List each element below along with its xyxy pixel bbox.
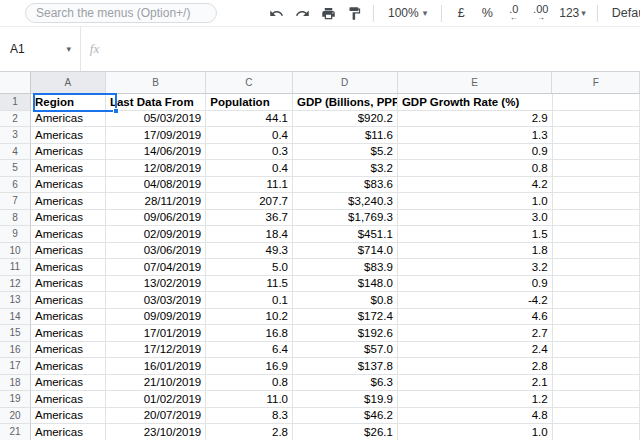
column-header-D[interactable]: D [293, 72, 398, 93]
cell-A18[interactable]: Americas [31, 375, 106, 392]
cell-C15[interactable]: 16.8 [206, 325, 293, 342]
cell-B5[interactable]: 12/08/2019 [106, 160, 206, 177]
cell-B4[interactable]: 14/06/2019 [106, 144, 206, 161]
cell-A6[interactable]: Americas [31, 177, 106, 194]
cell-E3[interactable]: 1.3 [398, 127, 553, 144]
cell-B16[interactable]: 17/12/2019 [106, 342, 206, 359]
row-header-17[interactable]: 17 [0, 358, 31, 375]
percent-format-button[interactable]: % [474, 1, 500, 25]
cell-C7[interactable]: 207.7 [206, 193, 293, 210]
more-formats-dropdown[interactable]: 123 ▾ [554, 6, 591, 20]
cell-B13[interactable]: 03/03/2019 [106, 292, 206, 309]
cell-C11[interactable]: 5.0 [206, 259, 293, 276]
cell-B10[interactable]: 03/06/2019 [106, 243, 206, 260]
cell-C18[interactable]: 0.8 [206, 375, 293, 392]
cell-F19[interactable] [553, 391, 640, 408]
cell-A16[interactable]: Americas [31, 342, 106, 359]
increase-decimal-button[interactable]: .00 → [527, 1, 554, 25]
row-header-9[interactable]: 9 [0, 226, 31, 243]
cell-C20[interactable]: 8.3 [206, 408, 293, 425]
cell-F3[interactable] [553, 127, 640, 144]
cell-B3[interactable]: 17/09/2019 [106, 127, 206, 144]
cell-D18[interactable]: $6.3 [293, 375, 398, 392]
cell-B17[interactable]: 16/01/2019 [106, 358, 206, 375]
cell-D19[interactable]: $19.9 [293, 391, 398, 408]
column-header-A[interactable]: A [31, 72, 106, 93]
row-header-14[interactable]: 14 [0, 309, 31, 326]
cell-A12[interactable]: Americas [31, 276, 106, 293]
cell-F18[interactable] [553, 375, 640, 392]
cell-F5[interactable] [553, 160, 640, 177]
row-header-4[interactable]: 4 [0, 144, 31, 161]
cell-A20[interactable]: Americas [31, 408, 106, 425]
cell-E21[interactable]: 1.0 [398, 424, 553, 440]
cell-E13[interactable]: -4.2 [398, 292, 553, 309]
search-input[interactable] [25, 3, 217, 23]
cell-C14[interactable]: 10.2 [206, 309, 293, 326]
cell-D2[interactable]: $920.2 [293, 111, 398, 128]
cell-D4[interactable]: $5.2 [293, 144, 398, 161]
font-family-dropdown[interactable]: Default (Ca... [604, 6, 640, 20]
cell-F11[interactable] [553, 259, 640, 276]
cell-E14[interactable]: 4.6 [398, 309, 553, 326]
undo-button[interactable] [263, 1, 289, 25]
cell-C6[interactable]: 11.1 [206, 177, 293, 194]
name-box[interactable]: A1 ▾ [0, 27, 81, 71]
cell-A4[interactable]: Americas [31, 144, 106, 161]
cell-E16[interactable]: 2.4 [398, 342, 553, 359]
cell-B7[interactable]: 28/11/2019 [106, 193, 206, 210]
column-header-B[interactable]: B [106, 72, 206, 93]
row-header-11[interactable]: 11 [0, 259, 31, 276]
cell-B18[interactable]: 21/10/2019 [106, 375, 206, 392]
cell-D7[interactable]: $3,240.3 [293, 193, 398, 210]
cell-D3[interactable]: $11.6 [293, 127, 398, 144]
redo-button[interactable] [289, 1, 315, 25]
cell-B21[interactable]: 23/10/2019 [106, 424, 206, 440]
cell-D17[interactable]: $137.8 [293, 358, 398, 375]
row-header-16[interactable]: 16 [0, 342, 31, 359]
cell-C3[interactable]: 0.4 [206, 127, 293, 144]
cell-B11[interactable]: 07/04/2019 [106, 259, 206, 276]
cell-B20[interactable]: 20/07/2019 [106, 408, 206, 425]
cell-A13[interactable]: Americas [31, 292, 106, 309]
cell-D9[interactable]: $451.1 [293, 226, 398, 243]
cell-E20[interactable]: 4.8 [398, 408, 553, 425]
cell-F9[interactable] [553, 226, 640, 243]
cell-E1[interactable]: GDP Growth Rate (%) [398, 94, 553, 111]
cell-B1[interactable]: Last Data From [106, 94, 206, 111]
row-header-7[interactable]: 7 [0, 193, 31, 210]
cell-E4[interactable]: 0.9 [398, 144, 553, 161]
cell-A1[interactable]: Region [31, 94, 106, 111]
cell-D21[interactable]: $26.1 [293, 424, 398, 440]
cell-B9[interactable]: 02/09/2019 [106, 226, 206, 243]
cell-E9[interactable]: 1.5 [398, 226, 553, 243]
cell-E11[interactable]: 3.2 [398, 259, 553, 276]
cell-A11[interactable]: Americas [31, 259, 106, 276]
row-header-10[interactable]: 10 [0, 243, 31, 260]
cell-F20[interactable] [553, 408, 640, 425]
cell-D1[interactable]: GDP (Billions, PPP) [293, 94, 398, 111]
select-all-corner[interactable] [0, 72, 31, 93]
cell-D8[interactable]: $1,769.3 [293, 210, 398, 227]
cell-A7[interactable]: Americas [31, 193, 106, 210]
cell-A8[interactable]: Americas [31, 210, 106, 227]
cell-E2[interactable]: 2.9 [398, 111, 553, 128]
cell-D6[interactable]: $83.6 [293, 177, 398, 194]
cell-A15[interactable]: Americas [31, 325, 106, 342]
cell-D10[interactable]: $714.0 [293, 243, 398, 260]
cell-B2[interactable]: 05/03/2019 [106, 111, 206, 128]
cell-A9[interactable]: Americas [31, 226, 106, 243]
row-header-1[interactable]: 1 [0, 94, 31, 111]
cell-F10[interactable] [553, 243, 640, 260]
cell-D5[interactable]: $3.2 [293, 160, 398, 177]
cell-E7[interactable]: 1.0 [398, 193, 553, 210]
cell-C2[interactable]: 44.1 [206, 111, 293, 128]
cell-B6[interactable]: 04/08/2019 [106, 177, 206, 194]
cell-C17[interactable]: 16.9 [206, 358, 293, 375]
cell-F14[interactable] [553, 309, 640, 326]
cell-E10[interactable]: 1.8 [398, 243, 553, 260]
decrease-decimal-button[interactable]: .0 ← [500, 1, 527, 25]
cell-D13[interactable]: $0.8 [293, 292, 398, 309]
cell-C12[interactable]: 11.5 [206, 276, 293, 293]
print-button[interactable] [315, 1, 341, 25]
